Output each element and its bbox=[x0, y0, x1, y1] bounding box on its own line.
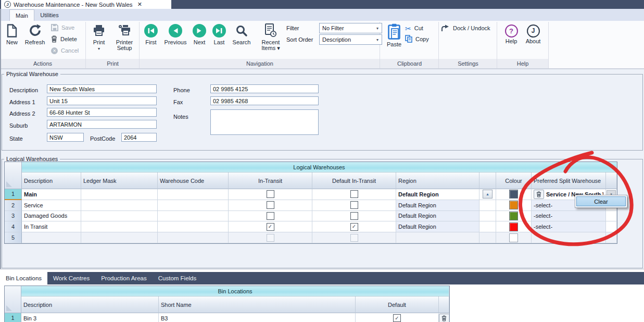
row-header[interactable]: 1 bbox=[5, 313, 21, 322]
column-header-region[interactable]: Region bbox=[396, 172, 479, 189]
cell-description[interactable]: Service bbox=[22, 200, 81, 211]
recent-items-button[interactable]: Recent Items ▾ bbox=[257, 23, 284, 51]
address1-field[interactable] bbox=[47, 96, 157, 105]
colour-swatch[interactable] bbox=[509, 190, 518, 199]
print-button[interactable]: Print ▾ bbox=[88, 23, 110, 51]
cell-short-name[interactable]: B3 bbox=[159, 313, 356, 322]
column-header-in-transit[interactable]: In-Transit bbox=[229, 172, 312, 189]
about-button[interactable]: J About bbox=[522, 24, 545, 44]
column-header-short-name[interactable]: Short Name bbox=[159, 296, 356, 313]
cell-description[interactable]: Main bbox=[22, 189, 81, 200]
default-in-transit-checkbox[interactable]: ✓ bbox=[350, 190, 358, 198]
cell-preferred-split[interactable]: -select- bbox=[532, 221, 606, 232]
chevron-down-icon[interactable]: ▾ bbox=[373, 26, 382, 31]
row-header[interactable]: 1 bbox=[5, 189, 22, 200]
cell-region[interactable]: Default Region bbox=[396, 200, 479, 211]
save-button[interactable]: Save bbox=[51, 24, 74, 32]
cell-description[interactable]: In Transit bbox=[22, 221, 81, 232]
dock-undock-button[interactable]: Dock / Undock bbox=[441, 24, 490, 32]
grid-corner-cell[interactable] bbox=[5, 162, 22, 189]
row-header[interactable]: 3 bbox=[5, 211, 22, 222]
default-checkbox[interactable]: ✓ bbox=[393, 314, 401, 322]
phone-field[interactable] bbox=[210, 84, 319, 93]
cell-preferred-split[interactable]: -select- bbox=[532, 211, 606, 222]
cut-button[interactable]: ✂ Cut bbox=[405, 24, 423, 32]
cell-ledger-mask[interactable] bbox=[81, 200, 158, 211]
address2-field[interactable] bbox=[47, 108, 157, 117]
next-button[interactable]: Next bbox=[188, 23, 210, 45]
close-icon[interactable]: ✕ bbox=[137, 1, 142, 8]
row-header[interactable]: 2 bbox=[5, 200, 22, 211]
cancel-button[interactable]: ✕ Cancel bbox=[51, 47, 79, 55]
row-header[interactable]: 4 bbox=[5, 221, 22, 232]
column-header-default-in-transit[interactable]: Default In-Transit bbox=[312, 172, 396, 189]
cell-description[interactable]: Damaged Goods bbox=[22, 211, 81, 222]
in-transit-checkbox[interactable]: ✓ bbox=[267, 234, 274, 242]
filter-select[interactable]: No Filter ▾ bbox=[319, 23, 382, 33]
colour-swatch[interactable] bbox=[509, 222, 518, 231]
cell-description[interactable]: Bin 3 bbox=[21, 313, 159, 322]
cell-description[interactable] bbox=[22, 232, 81, 243]
tab-bin-locations[interactable]: Bin Locations bbox=[0, 272, 47, 284]
last-button[interactable]: Last bbox=[208, 23, 230, 45]
colour-swatch[interactable] bbox=[509, 201, 518, 209]
column-header-warehouse-code[interactable]: Warehouse Code bbox=[158, 172, 229, 189]
default-in-transit-checkbox[interactable]: ✓ bbox=[350, 201, 358, 209]
cell-ledger-mask[interactable] bbox=[81, 221, 158, 232]
clear-preferred-button[interactable] bbox=[534, 190, 544, 199]
in-transit-checkbox[interactable]: ✓ bbox=[267, 201, 274, 209]
paste-button[interactable]: Paste bbox=[383, 23, 406, 47]
delete-button[interactable]: Delete bbox=[51, 35, 77, 43]
tab-work-centres[interactable]: Work Centres bbox=[47, 272, 95, 284]
delete-row-button[interactable] bbox=[439, 314, 449, 322]
search-button[interactable]: Search bbox=[230, 23, 254, 45]
in-transit-checkbox[interactable]: ✓ bbox=[267, 223, 274, 231]
print-dropdown-caret[interactable]: ▾ bbox=[98, 47, 100, 51]
scroll-up-button[interactable]: ▲ bbox=[483, 190, 493, 199]
cell-preferred-split[interactable] bbox=[532, 232, 606, 243]
cell-warehouse-code[interactable] bbox=[158, 189, 229, 200]
default-in-transit-checkbox[interactable]: ✓ bbox=[350, 212, 358, 220]
first-button[interactable]: First bbox=[140, 23, 162, 45]
document-tab[interactable]: J Warehouse Maintenance - New South Wale… bbox=[1, 0, 171, 9]
column-header-ledger-mask[interactable]: Ledger Mask bbox=[81, 172, 158, 189]
previous-button[interactable]: Previous bbox=[162, 23, 188, 45]
cell-ledger-mask[interactable] bbox=[81, 211, 158, 222]
sort-order-select[interactable]: Description ▾ bbox=[319, 34, 382, 45]
notes-field[interactable] bbox=[210, 109, 319, 135]
in-transit-checkbox[interactable]: ✓ bbox=[267, 190, 274, 198]
column-header-description[interactable]: Description bbox=[22, 172, 81, 189]
description-field[interactable] bbox=[47, 84, 157, 93]
tab-main[interactable]: Main bbox=[9, 9, 34, 21]
cell-warehouse-code[interactable] bbox=[158, 221, 229, 232]
cell-region[interactable]: Default Region bbox=[396, 189, 479, 200]
row-header[interactable]: 5 bbox=[5, 232, 22, 243]
in-transit-checkbox[interactable]: ✓ bbox=[267, 212, 274, 220]
default-in-transit-checkbox[interactable]: ✓ bbox=[350, 234, 358, 242]
column-header-colour[interactable]: Colour bbox=[496, 172, 532, 189]
cell-ledger-mask[interactable] bbox=[81, 232, 158, 243]
colour-swatch[interactable] bbox=[509, 212, 518, 220]
fax-field[interactable] bbox=[210, 96, 319, 105]
cell-region[interactable]: Default Region bbox=[396, 221, 479, 232]
state-field[interactable] bbox=[47, 133, 84, 142]
column-header-preferred-split[interactable]: Preferred Split Warehouse bbox=[532, 172, 606, 189]
cell-region[interactable] bbox=[396, 232, 479, 243]
default-in-transit-checkbox[interactable]: ✓ bbox=[350, 223, 358, 231]
chevron-down-icon[interactable]: ▾ bbox=[373, 38, 382, 42]
tab-utilities[interactable]: Utilities bbox=[34, 9, 65, 21]
printer-setup-button[interactable]: Printer Setup bbox=[110, 23, 138, 51]
cell-region[interactable]: Default Region bbox=[396, 211, 479, 222]
cell-warehouse-code[interactable] bbox=[158, 211, 229, 222]
grid-corner-cell[interactable] bbox=[5, 286, 21, 313]
cell-warehouse-code[interactable] bbox=[158, 232, 229, 243]
new-button[interactable]: New bbox=[1, 23, 23, 45]
suburb-field[interactable] bbox=[47, 120, 157, 129]
refresh-button[interactable]: Refresh bbox=[23, 23, 46, 45]
cell-ledger-mask[interactable] bbox=[81, 189, 158, 200]
postcode-field[interactable] bbox=[121, 133, 157, 142]
column-header-description[interactable]: Description bbox=[21, 296, 159, 313]
colour-swatch[interactable] bbox=[509, 233, 518, 242]
cell-warehouse-code[interactable] bbox=[158, 200, 229, 211]
copy-button[interactable]: Copy bbox=[405, 35, 429, 43]
